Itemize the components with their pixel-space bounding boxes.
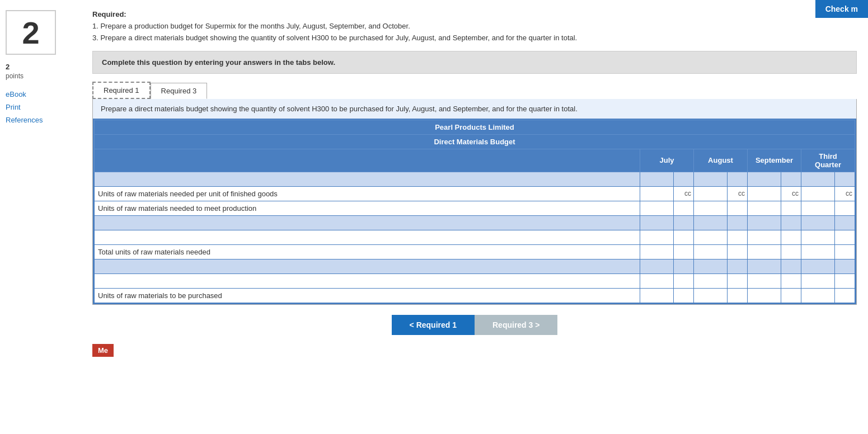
row-4-aug-input[interactable] xyxy=(694,230,728,244)
row-3-aug-input[interactable] xyxy=(694,215,728,230)
row-8-sep-input[interactable] xyxy=(748,288,781,303)
input-r4-sep[interactable] xyxy=(751,233,777,242)
row-1-sep-input[interactable] xyxy=(748,186,781,201)
input-r6-july[interactable] xyxy=(644,262,670,271)
tab-required-3[interactable]: Required 3 xyxy=(151,83,208,99)
prev-button[interactable]: < Required 1 xyxy=(392,315,475,335)
row-0-july-input[interactable] xyxy=(640,172,674,186)
row-8-july-input[interactable] xyxy=(640,288,674,303)
row-1-q-cc: cc xyxy=(835,186,855,201)
row-6-sep-cc xyxy=(781,259,801,273)
row-5-aug-cc xyxy=(728,244,748,259)
input-r4-july[interactable] xyxy=(644,233,670,242)
tab-content: Prepare a direct materials budget showin… xyxy=(92,99,857,305)
table-row xyxy=(95,273,855,288)
row-2-sep-cc xyxy=(781,201,801,215)
row-7-q-input[interactable] xyxy=(801,273,835,288)
row-4-sep-input[interactable] xyxy=(748,230,781,244)
input-r2-aug[interactable] xyxy=(697,204,724,213)
row-2-label: Units of raw materials needed to meet pr… xyxy=(95,201,640,215)
input-r8-aug[interactable] xyxy=(697,291,724,300)
ebook-link[interactable]: eBook xyxy=(6,90,26,98)
input-r0-q[interactable] xyxy=(805,175,831,183)
row-4-july-input[interactable] xyxy=(640,230,674,244)
input-r4-q[interactable] xyxy=(805,233,831,242)
row-5-q-input[interactable] xyxy=(801,244,835,259)
row-1-label: Units of raw materials needed per unit o… xyxy=(95,186,640,201)
row-3-sep-input[interactable] xyxy=(748,215,781,230)
input-r3-july[interactable] xyxy=(644,219,670,227)
row-5-july-input[interactable] xyxy=(640,244,674,259)
input-r7-q[interactable] xyxy=(805,277,831,285)
input-r6-sep[interactable] xyxy=(751,262,777,271)
input-r7-july[interactable] xyxy=(644,277,670,285)
input-r5-july[interactable] xyxy=(644,248,670,256)
input-r5-q[interactable] xyxy=(805,248,831,256)
row-0-sep-input[interactable] xyxy=(748,172,781,186)
row-1-aug-input[interactable] xyxy=(694,186,728,201)
input-r1-sep[interactable] xyxy=(751,190,777,198)
input-r1-july[interactable] xyxy=(644,190,670,198)
row-8-sep-cc xyxy=(781,288,801,303)
input-r8-q[interactable] xyxy=(805,291,831,300)
me-badge: Me xyxy=(92,344,114,357)
input-r7-aug[interactable] xyxy=(697,277,724,285)
input-r6-q[interactable] xyxy=(805,262,831,271)
row-0-q-input[interactable] xyxy=(801,172,835,186)
row-7-sep-input[interactable] xyxy=(748,273,781,288)
row-0-aug-input[interactable] xyxy=(694,172,728,186)
row-7-aug-input[interactable] xyxy=(694,273,728,288)
input-r2-july[interactable] xyxy=(644,204,670,213)
budget-table: Pearl Products Limited Direct Materials … xyxy=(94,120,855,303)
row-6-q-input[interactable] xyxy=(801,259,835,273)
input-r1-q[interactable] xyxy=(805,190,831,198)
input-r4-aug[interactable] xyxy=(697,233,724,242)
row-2-sep-input[interactable] xyxy=(748,201,781,215)
input-r3-sep[interactable] xyxy=(751,219,777,227)
table-row: Units of raw materials needed to meet pr… xyxy=(95,201,855,215)
row-1-q-input[interactable] xyxy=(801,186,835,201)
tab-required-1[interactable]: Required 1 xyxy=(92,82,151,99)
input-r3-aug[interactable] xyxy=(697,219,724,227)
required-item-1: 1. Prepare a production budget for Super… xyxy=(92,22,410,30)
row-1-july-input[interactable] xyxy=(640,186,674,201)
input-r2-q[interactable] xyxy=(805,204,831,213)
row-7-sep-cc xyxy=(781,273,801,288)
row-8-q-input[interactable] xyxy=(801,288,835,303)
row-1-july-cc: cc xyxy=(674,186,694,201)
row-3-july-input[interactable] xyxy=(640,215,674,230)
row-6-sep-input[interactable] xyxy=(748,259,781,273)
row-2-july-input[interactable] xyxy=(640,201,674,215)
row-5-sep-input[interactable] xyxy=(748,244,781,259)
input-r8-july[interactable] xyxy=(644,291,670,300)
row-4-q-input[interactable] xyxy=(801,230,835,244)
input-r1-aug[interactable] xyxy=(697,190,724,198)
print-link[interactable]: Print xyxy=(6,103,21,111)
row-2-q-input[interactable] xyxy=(801,201,835,215)
input-r2-sep[interactable] xyxy=(751,204,777,213)
input-r6-aug[interactable] xyxy=(697,262,724,271)
row-6-aug-input[interactable] xyxy=(694,259,728,273)
references-link[interactable]: References xyxy=(6,116,43,124)
row-8-aug-input[interactable] xyxy=(694,288,728,303)
input-r0-aug[interactable] xyxy=(697,175,724,183)
row-2-aug-input[interactable] xyxy=(694,201,728,215)
row-6-july-input[interactable] xyxy=(640,259,674,273)
tab-description: Prepare a direct materials budget showin… xyxy=(93,99,856,119)
row-1-sep-cc: cc xyxy=(781,186,801,201)
check-button[interactable]: Check m xyxy=(815,0,868,18)
row-7-july-input[interactable] xyxy=(640,273,674,288)
input-r7-sep[interactable] xyxy=(751,277,777,285)
input-r3-q[interactable] xyxy=(805,219,831,227)
input-r5-sep[interactable] xyxy=(751,248,777,256)
row-3-q-input[interactable] xyxy=(801,215,835,230)
input-r5-aug[interactable] xyxy=(697,248,724,256)
input-r0-july[interactable] xyxy=(644,175,670,183)
input-r0-sep[interactable] xyxy=(751,175,777,183)
instruction-box: Complete this question by entering your … xyxy=(92,51,857,74)
row-5-aug-input[interactable] xyxy=(694,244,728,259)
row-5-sep-cc xyxy=(781,244,801,259)
input-r8-sep[interactable] xyxy=(751,291,777,300)
row-0-sep-cc xyxy=(781,172,801,186)
row-3-sep-cc xyxy=(781,215,801,230)
